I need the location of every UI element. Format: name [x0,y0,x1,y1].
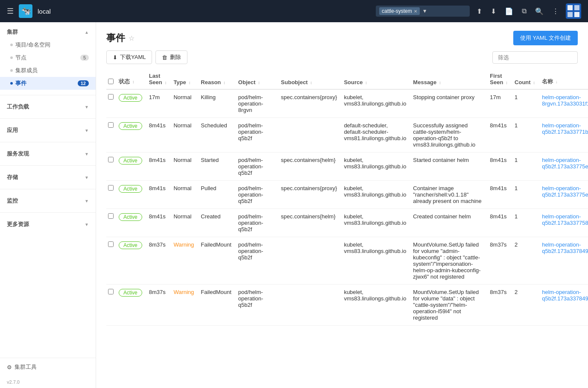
storage-group-label: 存储 [7,173,18,181]
more-group-header[interactable]: 更多资源 ▼ [0,218,96,231]
row-name[interactable]: helm-operation-q5b2f.173a33771bd5914... [538,118,588,153]
file-icon[interactable]: 📄 [503,6,515,17]
create-yaml-button[interactable]: 使用 YAML 文件创建 [513,31,578,45]
search-icon[interactable]: 🔍 [533,6,545,17]
row-checkbox[interactable] [108,213,114,219]
svg-text:🐄: 🐄 [21,6,31,16]
row-message: Container image "rancher/shell:v0.1.18" … [410,181,486,209]
table-row: Active 8m37s Warning FailedMount pod/hel… [106,237,588,285]
row-checkbox-cell[interactable] [106,118,115,153]
th-count[interactable]: Count ↕ [511,69,538,89]
row-checkbox[interactable] [108,289,114,294]
select-all-header[interactable] [106,69,115,89]
namespace-dropdown-icon[interactable]: ▼ [422,8,427,14]
th-last-seen[interactable]: LastSeen ↕ [146,69,170,89]
event-name-link[interactable]: helm-operation-q5b2f.173a337758ae350... [542,213,588,226]
delete-button[interactable]: 🗑 删除 [155,50,187,64]
namespace-selector[interactable]: cattle-system ✕ ▼ [376,6,470,17]
event-name-link[interactable]: helm-operation-q5b2f.173a33775ecec5aa... [542,185,588,198]
sidebar-item-members[interactable]: 集群成员 [0,64,96,77]
row-checkbox[interactable] [108,157,114,162]
status-badge: Active [119,289,142,297]
sidebar-item-events[interactable]: 事件 12 [0,77,96,90]
event-name-link[interactable]: helm-operation-q5b2f.173a33771bd5914... [542,122,588,135]
row-checkbox-cell[interactable] [106,153,115,181]
th-name[interactable]: 名称 ↓ [538,69,588,89]
cluster-tools-label: 集群工具 [15,363,37,371]
brand-logo [566,3,581,19]
row-first-seen: 8m41s [486,181,511,209]
download-yaml-button[interactable]: ⬇ 下载YAML [106,50,152,64]
gear-icon: ⚙ [7,364,12,370]
toolbar: ⬇ 下载YAML 🗑 删除 [96,50,588,69]
sidebar-item-projects[interactable]: 项目/命名空间 [0,38,96,51]
row-checkbox[interactable] [108,241,114,247]
storage-group-header[interactable]: 存储 ▼ [0,171,96,184]
row-name[interactable]: helm-operation-q5b2f.173a33784963db4... [538,237,588,285]
th-status[interactable]: 状态 ↕ [115,69,146,89]
row-name[interactable]: helm-operation-8rgvn.173a33031f114b1e... [538,89,588,118]
row-checkbox-cell[interactable] [106,285,115,326]
row-checkbox[interactable] [108,185,114,191]
search-tag-label: cattle-system [382,8,412,14]
menu-icon[interactable]: ☰ [7,6,14,16]
topbar-title: local [38,8,51,15]
th-type[interactable]: Type ↕ [170,69,197,89]
row-status: Active [115,89,146,118]
row-object: pod/helm-operation-q5b2f [235,237,278,285]
row-checkbox-cell[interactable] [106,209,115,237]
th-reason[interactable]: Reason ↕ [197,69,235,89]
search-tag[interactable]: cattle-system ✕ [379,7,420,15]
event-name-link[interactable]: helm-operation-q5b2f.173a33784963db4... [542,241,588,254]
event-name-link[interactable]: helm-operation-q5b2f.173a33775e60f77f... [542,157,588,170]
row-checkbox-cell[interactable] [106,89,115,118]
row-name[interactable]: helm-operation-q5b2f.173a337758ae350... [538,209,588,237]
more-vertical-icon[interactable]: ⋮ [550,6,561,17]
upload-icon[interactable]: ⬆ [475,6,484,17]
sidebar-item-nodes[interactable]: 节点 5 [0,51,96,64]
th-source[interactable]: Source ↕ [340,69,410,89]
table-header: 状态 ↕ LastSeen ↕ Type ↕ Reason ↕ Object ↕… [106,69,588,89]
copy-icon[interactable]: ⧉ [520,6,528,17]
row-count: 1 [511,89,538,118]
row-status: Active [115,285,146,326]
event-name-link[interactable]: helm-operation-q5b2f.173a33784964b72... [542,289,588,302]
cluster-group-header[interactable]: 集群 ▲ [0,26,96,38]
delete-label: 删除 [170,53,181,61]
cluster-tools-button[interactable]: ⚙ 集群工具 [7,363,89,371]
download-icon[interactable]: ⬇ [489,6,498,17]
bookmark-star-icon[interactable]: ☆ [129,34,135,42]
row-last-seen: 8m41s [146,181,170,209]
row-checkbox-cell[interactable] [106,181,115,209]
app-group-header[interactable]: 应用 ▼ [0,124,96,137]
row-checkbox[interactable] [108,94,114,100]
row-last-seen: 8m41s [146,118,170,153]
event-name-link[interactable]: helm-operation-8rgvn.173a33031f114b1e... [542,94,588,107]
th-subobject[interactable]: Subobject ↕ [278,69,341,89]
service-group-header[interactable]: 服务发现 ▼ [0,147,96,160]
row-name[interactable]: helm-operation-q5b2f.173a33784964b72... [538,285,588,326]
select-all-checkbox[interactable] [108,79,114,84]
row-reason: Started [197,153,235,181]
th-message[interactable]: Message ↕ [410,69,486,89]
row-type: Normal [170,209,197,237]
row-source: kubelet, vms83.liruilongs.github.io [340,237,410,285]
row-name[interactable]: helm-operation-q5b2f.173a33775e60f77f... [538,153,588,181]
app-group-label: 应用 [7,126,18,134]
row-name[interactable]: helm-operation-q5b2f.173a33775ecec5aa... [538,181,588,209]
row-source: kubelet, vms83.liruilongs.github.io [340,209,410,237]
row-checkbox[interactable] [108,122,114,128]
row-reason: Killing [197,89,235,118]
row-message: Created container helm [410,209,486,237]
row-checkbox-cell[interactable] [106,237,115,285]
sidebar-divider-5 [0,189,96,189]
workload-group-header[interactable]: 工作负载 ▼ [0,100,96,113]
monitor-group-header[interactable]: 监控 ▼ [0,194,96,207]
sort-icon: ↓ [556,79,558,84]
search-tag-close-icon[interactable]: ✕ [414,9,417,14]
th-first-seen[interactable]: FirstSeen ↕ [486,69,511,89]
filter-input[interactable] [492,51,578,64]
th-object[interactable]: Object ↕ [235,69,278,89]
sort-icon: ↕ [506,80,508,85]
monitor-chevron-icon: ▼ [85,199,89,203]
